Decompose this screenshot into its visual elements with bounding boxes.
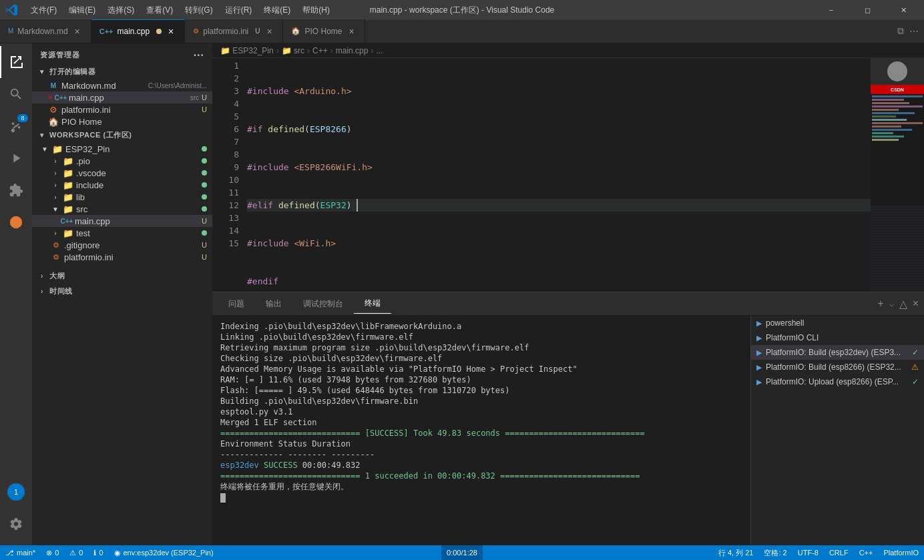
- statusbar-center: 0:00/1:28: [441, 545, 483, 560]
- term-line-8: Building .pio\build\esp32dev\firmware.bi…: [220, 396, 742, 406]
- sb-platformio[interactable]: PlatformIO: [878, 545, 924, 560]
- tab-debug-console[interactable]: 调试控制台: [292, 294, 354, 314]
- sidebar-more-icon[interactable]: ⋯: [193, 49, 204, 61]
- sb-info[interactable]: ℹ 0: [88, 545, 108, 560]
- term-side-upload-esp8266[interactable]: ▶ PlatformIO: Upload (esp8266) (ESP... ✓: [751, 374, 924, 389]
- tab-close-pio-home[interactable]: ×: [346, 26, 357, 37]
- split-terminal-icon[interactable]: ⌵: [889, 299, 894, 308]
- ini-icon: ⚙: [193, 27, 199, 35]
- breadcrumb-dots[interactable]: ...: [376, 46, 383, 55]
- open-editor-main-cpp[interactable]: × C++ main.cpp src U: [32, 91, 212, 103]
- pio-dot: [202, 158, 207, 164]
- breadcrumb-src[interactable]: 📁 src: [282, 46, 304, 55]
- tab-close-markdown[interactable]: ×: [72, 26, 83, 37]
- sb-timer[interactable]: 0:00/1:28: [441, 545, 483, 560]
- terminal-output[interactable]: Indexing .pio\build\esp32dev\libFramewor…: [212, 316, 750, 545]
- include-folder-icon: 📁: [63, 180, 73, 190]
- menu-file[interactable]: 文件(F): [25, 3, 62, 17]
- source-control-icon[interactable]: 8: [0, 110, 32, 142]
- tab-output[interactable]: 输出: [255, 294, 292, 314]
- sb-language[interactable]: C++: [854, 545, 879, 560]
- open-editor-platformio-label: platformio.ini: [61, 105, 199, 115]
- timeline-section[interactable]: › 时间线: [32, 284, 212, 299]
- tab-main-cpp[interactable]: C++ main.cpp ×: [91, 19, 186, 43]
- folder-lib[interactable]: › 📁 lib: [32, 191, 212, 203]
- menu-edit[interactable]: 编辑(E): [63, 3, 101, 17]
- term-line-15: esp32dev SUCCESS 00:00:49.832: [220, 460, 742, 471]
- file-main-cpp[interactable]: C++ main.cpp U: [32, 215, 212, 227]
- gitignore-modified: U: [202, 241, 207, 249]
- tab-markdown[interactable]: M Markdown.md ×: [0, 19, 91, 43]
- sb-indent[interactable]: 空格: 2: [758, 545, 792, 560]
- more-tabs-icon[interactable]: ⋯: [909, 26, 919, 37]
- open-editor-markdown[interactable]: M Markdown.md C:\Users\Administ...: [32, 79, 212, 91]
- term-side-build-esp8266[interactable]: ▶ PlatformIO: Build (esp8266) (ESP32... …: [751, 360, 924, 374]
- platformio-icon[interactable]: [0, 206, 32, 238]
- split-editor-icon[interactable]: ⧉: [897, 25, 904, 37]
- menu-goto[interactable]: 转到(G): [180, 3, 218, 17]
- sb-indent-label: 空格: 2: [764, 548, 786, 558]
- breadcrumb-maincpp[interactable]: main.cpp: [336, 46, 369, 55]
- close-icon[interactable]: ×: [48, 93, 53, 102]
- menu-run[interactable]: 运行(R): [220, 3, 258, 17]
- code-line-2: #if defined(ESP8266): [247, 123, 871, 135]
- tab-close-platformio[interactable]: ×: [264, 26, 274, 37]
- extensions-icon[interactable]: [0, 174, 32, 206]
- code-editor[interactable]: 12345 678910 1112131415 #include <Arduin…: [212, 58, 924, 292]
- menu-view[interactable]: 查看(V): [141, 3, 178, 17]
- settings-icon[interactable]: [0, 508, 32, 540]
- git-icon: ⚙: [51, 240, 61, 250]
- timeline-label: 时间线: [49, 286, 73, 296]
- folder-include[interactable]: › 📁 include: [32, 179, 212, 191]
- minimize-button[interactable]: −: [816, 0, 847, 20]
- term-side-powershell[interactable]: ▶ powershell: [751, 316, 924, 330]
- menu-select[interactable]: 选择(S): [102, 3, 140, 17]
- explorer-icon[interactable]: [0, 46, 32, 78]
- folder-src[interactable]: ▼ 📁 src: [32, 203, 212, 215]
- maximize-panel-icon[interactable]: △: [899, 298, 907, 310]
- close-panel-icon[interactable]: ×: [913, 298, 919, 310]
- sb-encoding[interactable]: UTF-8: [792, 545, 824, 560]
- vscode-dot: [202, 170, 207, 176]
- run-debug-icon[interactable]: [0, 142, 32, 174]
- workspace-root[interactable]: ▼ 📁 ESP32_Pin: [32, 143, 212, 155]
- term-line-3: Retrieving maximum program size .pio\bui…: [220, 342, 742, 353]
- vscode-chevron: ›: [51, 170, 60, 177]
- tab-terminal[interactable]: 终端: [354, 294, 391, 314]
- lib-chevron: ›: [51, 194, 60, 201]
- folder-vscode[interactable]: › 📁 .vscode: [32, 167, 212, 179]
- sb-position[interactable]: 行 4, 列 21: [713, 545, 759, 560]
- menu-help[interactable]: 帮助(H): [297, 3, 335, 17]
- outline-section[interactable]: › 大纲: [32, 268, 212, 284]
- open-editors-section[interactable]: ▼ 打开的编辑器: [32, 64, 212, 79]
- menu-terminal[interactable]: 终端(E): [258, 3, 296, 17]
- accounts-icon[interactable]: 1: [0, 476, 32, 508]
- term-side-cli[interactable]: ▶ PlatformIO CLI: [751, 330, 924, 345]
- code-content[interactable]: #include <Arduino.h> #if defined(ESP8266…: [244, 58, 871, 292]
- sb-eol[interactable]: CRLF: [824, 545, 854, 560]
- close-button[interactable]: ✕: [888, 0, 919, 20]
- term-side-build-esp32[interactable]: ▶ PlatformIO: Build (esp32dev) (ESP3... …: [751, 345, 924, 360]
- open-editor-pio-home[interactable]: 🏠 PIO Home: [32, 115, 212, 127]
- open-editor-piohome-label: PIO Home: [61, 117, 207, 127]
- search-icon[interactable]: [0, 78, 32, 110]
- sb-remote[interactable]: ◉ env:esp32dev (ESP32_Pin): [109, 545, 219, 560]
- tab-problems[interactable]: 问题: [218, 294, 255, 314]
- sb-branch[interactable]: ⎇ main*: [0, 545, 41, 560]
- breadcrumb-esp32pin[interactable]: 📁 ESP32_Pin: [220, 46, 274, 55]
- folder-test[interactable]: › 📁 test: [32, 227, 212, 239]
- tab-pio-home[interactable]: 🏠 PIO Home ×: [283, 19, 365, 43]
- file-gitignore[interactable]: ⚙ .gitignore U: [32, 239, 212, 251]
- restore-button[interactable]: ◻: [852, 0, 883, 20]
- tab-close-main-cpp[interactable]: ×: [166, 26, 176, 37]
- breadcrumb-sep3: ›: [330, 46, 333, 55]
- sb-warnings[interactable]: ⚠ 0: [64, 545, 88, 560]
- file-platformio-ini[interactable]: ⚙ platformio.ini U: [32, 251, 212, 263]
- breadcrumb-cpp[interactable]: C++: [312, 46, 328, 55]
- sb-errors[interactable]: ⊗ 0: [41, 545, 64, 560]
- tab-platformio-ini[interactable]: ⚙ platformio.ini U ×: [185, 19, 283, 43]
- folder-pio[interactable]: › 📁 .pio: [32, 155, 212, 167]
- open-editor-platformio[interactable]: ⚙ platformio.ini U: [32, 103, 212, 115]
- workspace-section[interactable]: ▼ WORKSPACE (工作区): [32, 127, 212, 143]
- add-terminal-icon[interactable]: +: [877, 298, 883, 310]
